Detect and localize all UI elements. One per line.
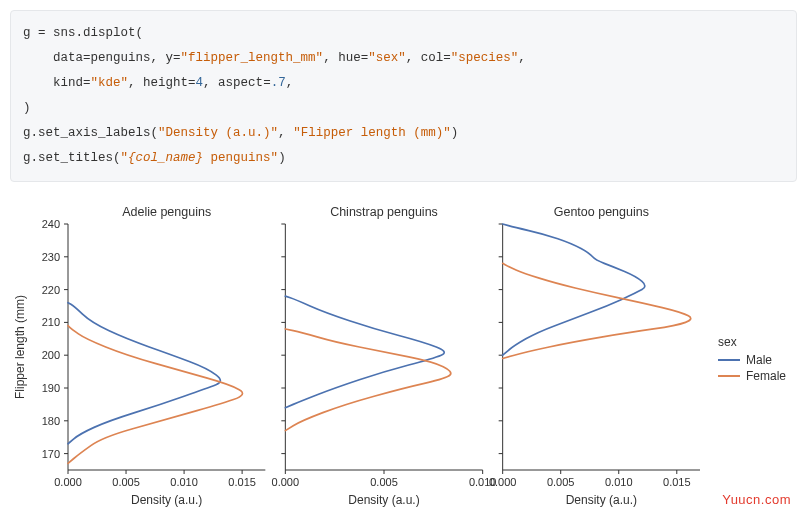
kde-line [68, 326, 242, 464]
legend-label-male: Male [746, 353, 772, 367]
x-tick-label: 0.005 [547, 476, 575, 488]
x-tick-label: 0.000 [54, 476, 82, 488]
kde-facet-chart: Flipper length (mm)170180190200210220230… [10, 200, 710, 517]
figure-area: Flipper length (mm)170180190200210220230… [10, 200, 797, 517]
x-tick-label: 0.000 [272, 476, 300, 488]
kde-line [503, 263, 691, 358]
y-tick-label: 210 [42, 316, 60, 328]
code-block: g = sns.displot( data=penguins, y="flipp… [10, 10, 797, 182]
y-tick-label: 240 [42, 218, 60, 230]
code-line-2: data=penguins, y="flipper_length_mm", hu… [23, 51, 526, 65]
x-tick-label: 0.015 [663, 476, 691, 488]
x-tick-label: 0.010 [170, 476, 198, 488]
x-tick-label: 0.015 [228, 476, 256, 488]
kde-line [503, 224, 645, 355]
legend-swatch-female [718, 375, 740, 377]
legend-title: sex [718, 335, 786, 349]
code-line-4: ) [23, 101, 31, 115]
y-tick-label: 190 [42, 382, 60, 394]
y-tick-label: 230 [42, 251, 60, 263]
x-tick-label: 0.000 [489, 476, 517, 488]
code-line-6: g.set_titles("{col_name} penguins") [23, 151, 286, 165]
x-tick-label: 0.005 [370, 476, 398, 488]
panel-title: Chinstrap penguins [330, 205, 438, 219]
panel-title: Adelie penguins [122, 205, 211, 219]
x-axis-label: Density (a.u.) [566, 493, 637, 507]
x-axis-label: Density (a.u.) [348, 493, 419, 507]
legend-label-female: Female [746, 369, 786, 383]
code-line-1: g = sns.displot( [23, 26, 143, 40]
y-tick-label: 180 [42, 415, 60, 427]
kde-line [68, 303, 220, 444]
legend: sex Male Female [718, 335, 786, 385]
y-axis-label: Flipper length (mm) [13, 295, 27, 399]
code-line-5: g.set_axis_labels("Density (a.u.)", "Fli… [23, 126, 458, 140]
y-tick-label: 170 [42, 448, 60, 460]
y-tick-label: 200 [42, 349, 60, 361]
code-line-3: kind="kde", height=4, aspect=.7, [23, 76, 293, 90]
legend-entry-female: Female [718, 369, 786, 383]
legend-entry-male: Male [718, 353, 786, 367]
panel-title: Gentoo penguins [554, 205, 649, 219]
kde-line [285, 296, 444, 408]
legend-swatch-male [718, 359, 740, 361]
y-tick-label: 220 [42, 284, 60, 296]
x-tick-label: 0.005 [112, 476, 140, 488]
x-axis-label: Density (a.u.) [131, 493, 202, 507]
x-tick-label: 0.010 [605, 476, 633, 488]
